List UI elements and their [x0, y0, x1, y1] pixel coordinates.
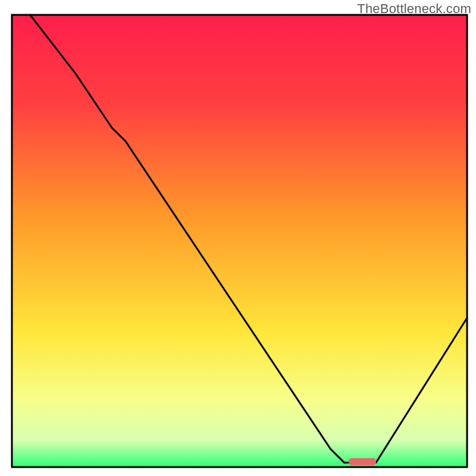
- optimal-marker: [349, 458, 376, 465]
- bottleneck-chart: [0, 0, 476, 476]
- watermark-text: TheBottleneck.com: [357, 1, 471, 17]
- plot-background: [12, 15, 467, 467]
- chart-container: TheBottleneck.com: [0, 0, 476, 476]
